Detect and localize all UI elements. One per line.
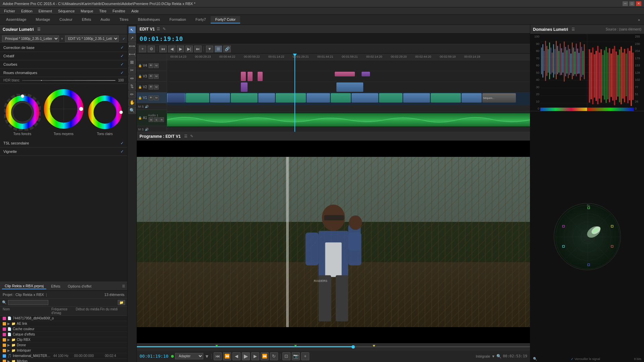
play-timeline-button[interactable]: ▶ [177,46,184,52]
section-correction-base[interactable]: Correction de base ✓ [0,44,127,52]
clip-v3-2[interactable] [248,72,253,81]
go-to-in-button[interactable]: ⏮ [159,46,167,52]
clip-v1-1[interactable] [167,93,185,103]
track-eye-v1[interactable]: 👁 [149,96,153,100]
go-to-out-button[interactable]: ⏩ [261,352,269,360]
tab-project[interactable]: Clip Rekta x RBX.prproj [2,283,46,289]
clip-v1-3[interactable] [210,93,230,103]
step-back-button[interactable]: ◀ [168,46,175,52]
fit-dropdown2[interactable]: ▼ [491,354,495,358]
clip-v1-9[interactable] [352,93,378,103]
monitor-edit-icon[interactable]: ✎ [190,134,193,138]
tab-effects[interactable]: Effets [48,284,63,289]
menu-fichier[interactable]: Fichier [1,8,18,14]
step-fwd-button[interactable]: ▶| [185,46,193,52]
linked-select-button[interactable]: 🔗 [223,46,231,52]
hdr-slider[interactable] [22,80,115,81]
tab-assemblage[interactable]: Assemblage [1,16,31,23]
scopes-menu-icon[interactable]: ☰ [572,27,575,32]
section-creatif[interactable]: Créatif ✓ [0,52,127,60]
sequence-settings-button[interactable]: ⚙ [148,46,155,52]
scrubber-bar[interactable] [137,346,530,347]
pen-tool[interactable]: ✏ [128,90,136,98]
project-search-input[interactable] [8,300,48,305]
loop-button[interactable]: ↻ [270,352,278,360]
rate-stretch-tool[interactable]: ⊠ [128,58,136,66]
menu-titre[interactable]: Titre [97,8,109,14]
menu-marque[interactable]: Marque [78,8,96,14]
clip-v1-11[interactable] [403,93,430,103]
add-to-render-button[interactable]: + [301,352,309,360]
tab-titres[interactable]: Titres [115,16,133,23]
track-mute-v4[interactable]: M [154,63,159,68]
go-to-out-button[interactable]: ⏭ [194,46,202,52]
list-item[interactable]: ▶ 📁 Imbriquer [0,348,127,353]
track-eye-v2[interactable]: 👁 [149,85,153,89]
tab-forty7[interactable]: Forty7 [191,16,211,23]
list-item[interactable]: ▶ 📁 Médias [0,359,127,362]
tab-couleur[interactable]: Couleur [55,16,77,23]
list-item[interactable]: 📄 Cache couleur [0,326,127,332]
monitor-scrubber[interactable] [137,343,530,350]
list-item[interactable]: ▶ 📁 Drone [0,343,127,348]
menu-edition[interactable]: Edition [18,8,35,14]
panel-menu-icon[interactable]: ☰ [122,284,125,288]
menu-aide[interactable]: Aide [128,8,141,14]
scrubber-playhead[interactable] [352,345,355,349]
clip-v1-12[interactable] [431,93,461,103]
section-tsl[interactable]: TSL secondaire ✓ [0,139,127,147]
track-select-tool[interactable]: ↗ [128,34,136,42]
clip-v1-8[interactable] [331,93,351,103]
wheel-clairs-visual[interactable] [87,94,123,131]
menu-fenetre[interactable]: Fenêtre [110,8,128,14]
rolling-edit-tool[interactable]: ⟻ [128,50,136,58]
hand-tool[interactable]: ✋ [128,99,136,106]
step-back-frame-button[interactable]: ⏮ [214,352,222,360]
clip-v1-5[interactable] [258,93,275,103]
maximize-button[interactable]: □ [629,1,635,6]
section-vignette[interactable]: Vignette ✓ [0,147,127,156]
section-courbes[interactable]: Courbes ✓ [0,60,127,69]
fit-mode-select[interactable]: Adapter [175,353,203,359]
step-1frame-back-button[interactable]: ◀ [232,352,240,360]
play-button[interactable]: ▶ [242,352,250,360]
clip-v1-10[interactable] [379,93,402,103]
clip-v1-13[interactable] [462,93,482,103]
lumetri-sequence-select[interactable]: EDIT V1 * 1080p_2.35-1_Letterbox_Te... [65,36,119,42]
wheel-fonces-visual[interactable] [4,94,41,131]
safe-margins-button[interactable]: ⊡ [282,352,290,360]
zoom-tool[interactable]: 🔍 [128,107,136,114]
clip-v1-2[interactable] [186,93,209,103]
tab-effect-options[interactable]: Options d'effet [65,284,94,289]
list-item[interactable]: ▶ 📁 AE link [0,321,127,326]
track-mute-a1[interactable]: M [149,117,153,122]
track-solo-a1[interactable]: S [154,117,159,122]
monitor-menu-icon[interactable]: ☰ [184,134,187,138]
snap-button[interactable]: ⊞ [215,46,222,52]
list-item[interactable]: 📄 7448717958_dbf40e806f_o [0,316,127,321]
section-roues[interactable]: Roues chromatiques ✓ [0,69,127,77]
tab-audio[interactable]: Audio [96,16,115,23]
list-item[interactable]: 📄 Calque d'effets [0,332,127,337]
fit-dropdown-icon[interactable]: ▼ [205,354,209,359]
clip-v2-2[interactable] [336,82,363,92]
wheel-moyens-visual[interactable] [42,87,86,131]
slide-tool[interactable]: ⇅ [128,82,136,90]
tab-formation[interactable]: Formation [165,16,191,23]
minimize-button[interactable]: ─ [623,1,628,6]
selection-tool[interactable]: ↖ [128,26,136,34]
menu-element[interactable]: Elément [36,8,55,14]
tab-montage[interactable]: Montage [31,16,55,23]
list-item[interactable]: 🎵 International_MASTER1.wa 44 100 Hz 00:… [0,353,127,359]
track-mute-v2[interactable]: M [154,85,159,89]
tab-bibliotheques[interactable]: Bibliothèques [133,16,165,23]
go-to-in-button[interactable]: ⏪ [223,352,231,360]
ripple-edit-tool[interactable]: ⟺ [128,42,136,50]
track-rec-a1[interactable]: R [159,117,164,122]
export-frame-button[interactable]: 📷 [292,352,300,360]
clip-v3-1[interactable] [241,72,246,81]
edit-icon[interactable]: ✎ [163,27,166,31]
add-tracks-button[interactable]: + [139,46,146,52]
slip-tool[interactable]: ⇔ [128,74,136,82]
razor-tool[interactable]: ✂ [128,66,136,74]
